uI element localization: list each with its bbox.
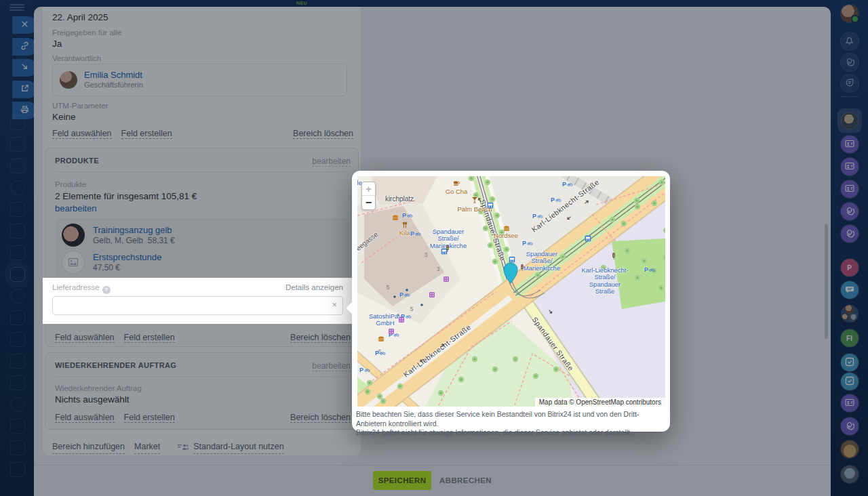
map-disclaimer: Bitte beachten Sie, dass dieser Service …: [356, 410, 666, 438]
clear-input-icon[interactable]: ×: [332, 300, 337, 309]
delivery-address-field: Lieferadresse? Details anzeigen ×: [43, 278, 352, 324]
openstreetmap-canvas[interactable]: Karl-Liebknecht-StraßeKarl-Liebknecht-St…: [357, 176, 665, 407]
help-icon[interactable]: ?: [102, 286, 111, 294]
app-window: 22. April 2025 Freigegeben für alle Ja V…: [0, 0, 868, 496]
zoom-out-button[interactable]: −: [362, 195, 375, 209]
map-zoom-control: + −: [361, 182, 376, 210]
delivery-address-input[interactable]: [52, 296, 343, 315]
zoom-in-button[interactable]: +: [362, 182, 375, 195]
location-pin-icon[interactable]: [502, 262, 519, 287]
details-anzeigen-link[interactable]: Details anzeigen: [285, 283, 343, 291]
map-attribution: Map data © OpenStreetMap contributors: [535, 398, 665, 407]
delivery-label: Lieferadresse?: [52, 283, 111, 294]
map-popup: Karl-Liebknecht-StraßeKarl-Liebknecht-St…: [352, 171, 670, 432]
